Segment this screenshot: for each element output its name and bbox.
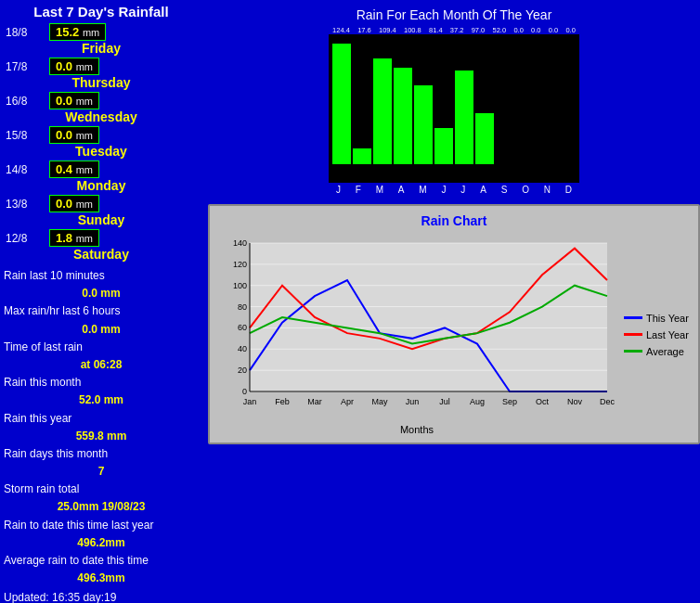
bar-col [455, 38, 473, 164]
rain-value-box: 1.8 mm [49, 229, 99, 247]
legend-label: This Year [646, 313, 689, 324]
chart-legend: This Year Last Year Average [616, 234, 691, 435]
bar-green [414, 85, 433, 164]
svg-text:120: 120 [233, 260, 247, 269]
day-block: 16/8 0.0 mm Wednesday [4, 92, 199, 124]
avg-rain-label: Average rain to date this time [4, 552, 199, 570]
day-name: Sunday [4, 212, 199, 227]
svg-text:100: 100 [233, 281, 247, 290]
day-date: 15/8 [6, 129, 27, 142]
svg-text:60: 60 [238, 323, 247, 332]
day-block: 12/8 1.8 mm Saturday [4, 229, 199, 262]
bar-black [496, 44, 514, 164]
legend-line [624, 350, 642, 353]
svg-text:0: 0 [242, 387, 247, 396]
rain-unit: mm [83, 27, 99, 38]
rain-unit: mm [76, 199, 93, 210]
rain-line-chart-wrapper: Rain Chart 020406080100120140JanFebMarAp… [208, 204, 700, 444]
rain-unit: mm [76, 61, 93, 72]
day-date: 18/8 [6, 26, 27, 39]
rain-days-label: Rain days this month [4, 445, 199, 463]
day-name: Wednesday [4, 109, 199, 124]
rain-value: 0.0 [56, 128, 72, 142]
storm-rain-label: Storm rain total [4, 481, 199, 498]
svg-text:20: 20 [238, 366, 247, 375]
rain-value-box: 0.4 mm [49, 160, 99, 178]
bar-green [434, 128, 453, 164]
updated-text: Updated: 16:35 day:19 [4, 591, 199, 603]
day-date: 13/8 [6, 198, 27, 211]
rain-unit: mm [76, 233, 93, 244]
rain-value: 1.8 [56, 231, 72, 245]
storm-rain-value: 25.0mm 19/08/23 [4, 498, 199, 516]
svg-text:Nov: Nov [567, 397, 583, 406]
day-name: Monday [4, 178, 199, 193]
rain-value-box: 0.0 mm [49, 92, 99, 109]
rain-last-10-value: 0.0 mm [4, 285, 199, 302]
rain-to-date-value: 496.2mm [4, 534, 199, 552]
bar-col [496, 38, 514, 164]
rain-this-month-label: Rain this month [4, 374, 199, 391]
bar-col [414, 38, 433, 164]
bar-black [475, 44, 494, 113]
bar-black [455, 44, 473, 71]
monthly-chart-title: Rain For Each Month Of The Year [208, 7, 700, 22]
bar-black [434, 44, 453, 128]
rain-unit: mm [76, 130, 93, 141]
day-block: 14/8 0.4 mm Monday [4, 160, 199, 193]
rain-value: 0.0 [56, 59, 72, 73]
avg-rain-value: 496.3mm [4, 570, 199, 587]
svg-text:Jan: Jan [243, 397, 257, 406]
bar-green [373, 58, 392, 164]
legend-label: Last Year [646, 329, 689, 340]
svg-text:Jun: Jun [406, 397, 420, 406]
bar-col [373, 38, 392, 164]
svg-text:Feb: Feb [275, 397, 290, 406]
rain-value-box: 0.0 mm [49, 58, 99, 75]
day-name: Thursday [4, 75, 199, 90]
bar-col [537, 38, 555, 164]
bar-green [394, 68, 412, 164]
legend-line [624, 316, 642, 319]
bar-col [353, 38, 371, 164]
bar-col [332, 38, 351, 164]
rain-last-10-label: Rain last 10 minutes [4, 267, 199, 285]
day-block: 13/8 0.0 mm Sunday [4, 195, 199, 227]
svg-text:140: 140 [233, 238, 247, 248]
rain-this-year-value: 559.8 mm [4, 428, 199, 445]
legend-label: Average [646, 346, 684, 357]
day-block: 17/8 0.0 mm Thursday [4, 58, 199, 90]
bar-black [394, 44, 412, 68]
page-title: Last 7 Day's Rainfall [4, 4, 199, 19]
svg-text:Jul: Jul [439, 397, 450, 406]
svg-text:May: May [371, 397, 388, 406]
svg-text:40: 40 [238, 344, 247, 353]
legend-item: Average [624, 346, 691, 357]
rain-chart-svg: 020406080100120140JanFebMarAprMayJunJulA… [217, 234, 616, 435]
day-date: 14/8 [6, 163, 27, 176]
max-rain-6h-label: Max rain/hr last 6 hours [4, 302, 199, 320]
svg-text:Mar: Mar [307, 397, 322, 406]
day-name: Friday [4, 41, 199, 56]
svg-text:Aug: Aug [470, 397, 485, 406]
day-name: Tuesday [4, 144, 199, 159]
bar-green [353, 148, 371, 164]
svg-text:Sep: Sep [502, 397, 517, 406]
legend-item: This Year [624, 313, 691, 324]
svg-text:Oct: Oct [536, 397, 550, 406]
day-date: 16/8 [6, 95, 27, 108]
rain-value: 0.0 [56, 94, 72, 108]
monthly-values: 124.417.6109.4100.881.437.297.052.00.00.… [329, 26, 579, 34]
bar-green [455, 71, 473, 164]
rain-value-box: 15.2 mm [49, 23, 106, 41]
bar-col [516, 38, 535, 164]
bar-black [353, 44, 371, 148]
monthly-bar-chart [329, 34, 579, 183]
bar-green [475, 113, 494, 164]
x-axis-label: Months [217, 424, 616, 435]
rain-this-month-value: 52.0 mm [4, 391, 199, 409]
day-date: 12/8 [6, 232, 27, 245]
bar-green [332, 44, 351, 164]
legend-line [624, 333, 642, 336]
bar-black [373, 44, 392, 58]
